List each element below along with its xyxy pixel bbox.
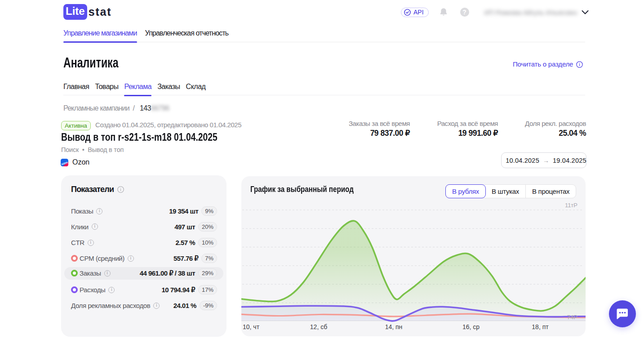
svg-text:11тР: 11тР (565, 202, 577, 209)
svg-text:74Р: 74Р (567, 314, 577, 321)
svg-text:12, сб: 12, сб (310, 323, 327, 330)
svg-text:14, пн: 14, пн (385, 323, 403, 330)
svg-text:10, чт: 10, чт (243, 323, 260, 330)
svg-text:16, ср: 16, ср (462, 323, 480, 330)
svg-text:18, пт: 18, пт (532, 323, 549, 330)
